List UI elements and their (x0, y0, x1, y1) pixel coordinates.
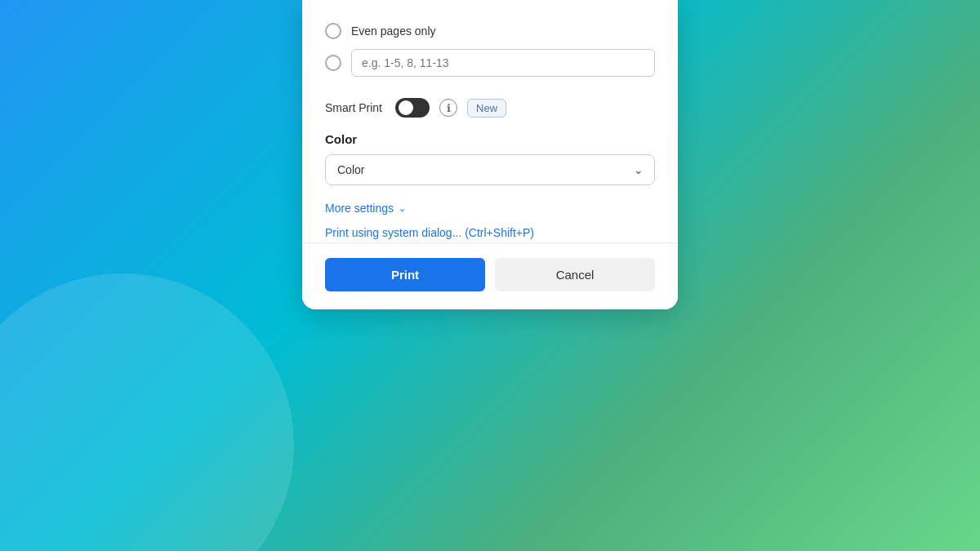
more-settings-link[interactable]: More settings ⌄ (325, 202, 655, 215)
custom-pages-radio[interactable] (325, 55, 341, 71)
dialog-footer: Print Cancel (302, 243, 678, 309)
new-badge[interactable]: New (467, 99, 506, 118)
system-dialog-link[interactable]: Print using system dialog... (Ctrl+Shift… (325, 226, 655, 239)
more-settings-label: More settings (325, 202, 394, 215)
cancel-button[interactable]: Cancel (495, 258, 655, 291)
print-button[interactable]: Print (325, 258, 485, 291)
smart-print-label: Smart Print (325, 101, 382, 114)
info-icon[interactable]: ℹ (439, 99, 457, 117)
color-select[interactable]: Color Black and white (325, 154, 655, 185)
dialog-content: Even pages only Smart Print ℹ New (302, 0, 678, 239)
custom-pages-row (325, 44, 655, 90)
color-section-label: Color (325, 132, 655, 154)
toggle-thumb (399, 100, 413, 115)
smart-print-toggle[interactable] (395, 98, 430, 118)
info-symbol: ℹ (447, 102, 451, 114)
dialog-wrapper: Even pages only Smart Print ℹ New (294, 0, 686, 551)
print-dialog: Even pages only Smart Print ℹ New (302, 0, 678, 309)
color-select-wrapper: Color Black and white ⌄ (325, 154, 655, 185)
smart-print-row: Smart Print ℹ New (325, 90, 655, 132)
system-dialog-label: Print using system dialog... (Ctrl+Shift… (325, 226, 534, 239)
even-pages-label: Even pages only (351, 24, 436, 38)
more-settings-chevron-icon: ⌄ (399, 203, 406, 214)
even-pages-radio[interactable] (325, 23, 341, 39)
pages-input[interactable] (351, 49, 655, 77)
even-pages-row[interactable]: Even pages only (325, 15, 655, 44)
